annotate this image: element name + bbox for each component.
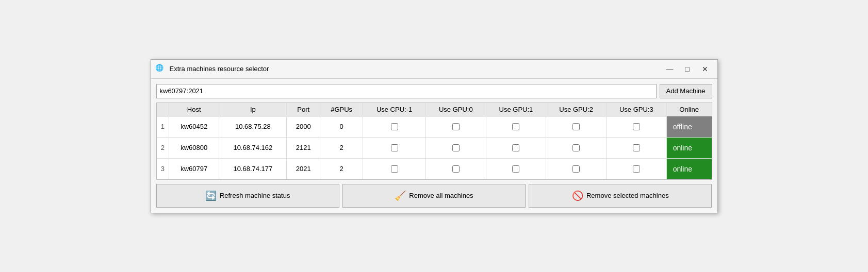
col-header-online: Online bbox=[666, 103, 711, 116]
maximize-button[interactable]: □ bbox=[679, 63, 696, 75]
main-window: 🌐 Extra machines resource selector — □ ✕… bbox=[151, 59, 718, 213]
row-gpu0-checkbox[interactable] bbox=[425, 116, 486, 137]
table-header-row: Host Ip Port #GPUs Use CPU:-1 Use GPU:0 … bbox=[157, 103, 712, 116]
window-icon: 🌐 bbox=[155, 64, 166, 74]
col-header-host: Host bbox=[169, 103, 219, 116]
broom-icon: 🧹 bbox=[395, 190, 406, 201]
minimize-button[interactable]: — bbox=[662, 63, 678, 75]
row-gpus: 2 bbox=[320, 137, 363, 158]
col-header-cpu: Use CPU:-1 bbox=[363, 103, 426, 116]
row-num: 3 bbox=[157, 158, 169, 179]
row-cpu-checkbox[interactable] bbox=[363, 137, 426, 158]
refresh-button[interactable]: 🔄 Refresh machine status bbox=[156, 184, 339, 208]
content-area: Add Machine Host Ip Port #GPUs Use CPU:-… bbox=[151, 79, 717, 213]
row-ip: 10.68.74.162 bbox=[219, 137, 287, 158]
add-machine-button[interactable]: Add Machine bbox=[660, 84, 712, 98]
row-port: 2021 bbox=[287, 158, 320, 179]
remove-all-button[interactable]: 🧹 Remove all machines bbox=[342, 184, 526, 208]
row-gpu3-checkbox[interactable] bbox=[607, 116, 667, 137]
row-gpu2-checkbox[interactable] bbox=[546, 116, 607, 137]
input-row: Add Machine bbox=[156, 84, 712, 98]
remove-selected-button[interactable]: 🚫 Remove selected machines bbox=[529, 184, 712, 208]
row-gpu0-checkbox[interactable] bbox=[425, 137, 486, 158]
remove-all-label: Remove all machines bbox=[409, 192, 473, 199]
row-gpu0-checkbox[interactable] bbox=[425, 158, 486, 179]
row-num: 1 bbox=[157, 116, 169, 137]
row-port: 2121 bbox=[287, 137, 320, 158]
col-header-gpu3: Use GPU:3 bbox=[607, 103, 667, 116]
machines-table-wrapper: Host Ip Port #GPUs Use CPU:-1 Use GPU:0 … bbox=[156, 103, 712, 180]
row-gpu1-checkbox[interactable] bbox=[486, 137, 546, 158]
table-row: 2 kw60800 10.68.74.162 2121 2 online bbox=[157, 137, 712, 158]
row-gpu1-checkbox[interactable] bbox=[486, 116, 546, 137]
title-bar: 🌐 Extra machines resource selector — □ ✕ bbox=[151, 60, 717, 79]
row-num: 2 bbox=[157, 137, 169, 158]
row-host: kw60800 bbox=[169, 137, 219, 158]
window-controls: — □ ✕ bbox=[662, 63, 713, 75]
col-header-gpu0: Use GPU:0 bbox=[425, 103, 486, 116]
close-button[interactable]: ✕ bbox=[697, 63, 713, 75]
row-status: online bbox=[666, 137, 711, 158]
row-ip: 10.68.75.28 bbox=[219, 116, 287, 137]
bottom-buttons: 🔄 Refresh machine status 🧹 Remove all ma… bbox=[156, 184, 712, 208]
row-status: online bbox=[666, 158, 711, 179]
row-cpu-checkbox[interactable] bbox=[363, 116, 426, 137]
row-gpu3-checkbox[interactable] bbox=[607, 137, 667, 158]
table-row: 3 kw60797 10.68.74.177 2021 2 online bbox=[157, 158, 712, 179]
col-header-gpu1: Use GPU:1 bbox=[486, 103, 546, 116]
no-entry-icon: 🚫 bbox=[572, 190, 583, 201]
col-header-gpu2: Use GPU:2 bbox=[546, 103, 607, 116]
col-header-port: Port bbox=[287, 103, 320, 116]
col-header-gpus: #GPUs bbox=[320, 103, 363, 116]
machine-input[interactable] bbox=[156, 84, 657, 98]
row-host: kw60452 bbox=[169, 116, 219, 137]
row-status: offline bbox=[666, 116, 711, 137]
row-gpu2-checkbox[interactable] bbox=[546, 137, 607, 158]
row-gpu2-checkbox[interactable] bbox=[546, 158, 607, 179]
table-row: 1 kw60452 10.68.75.28 2000 0 offline bbox=[157, 116, 712, 137]
col-header-num bbox=[157, 103, 169, 116]
window-title: Extra machines resource selector bbox=[170, 65, 662, 73]
row-gpus: 0 bbox=[320, 116, 363, 137]
row-ip: 10.68.74.177 bbox=[219, 158, 287, 179]
row-port: 2000 bbox=[287, 116, 320, 137]
refresh-label: Refresh machine status bbox=[220, 192, 290, 199]
remove-selected-label: Remove selected machines bbox=[586, 192, 669, 199]
row-cpu-checkbox[interactable] bbox=[363, 158, 426, 179]
machines-table: Host Ip Port #GPUs Use CPU:-1 Use GPU:0 … bbox=[157, 103, 712, 179]
col-header-ip: Ip bbox=[219, 103, 287, 116]
row-gpu3-checkbox[interactable] bbox=[607, 158, 667, 179]
refresh-icon: 🔄 bbox=[205, 190, 217, 201]
row-gpus: 2 bbox=[320, 158, 363, 179]
row-host: kw60797 bbox=[169, 158, 219, 179]
row-gpu1-checkbox[interactable] bbox=[486, 158, 546, 179]
